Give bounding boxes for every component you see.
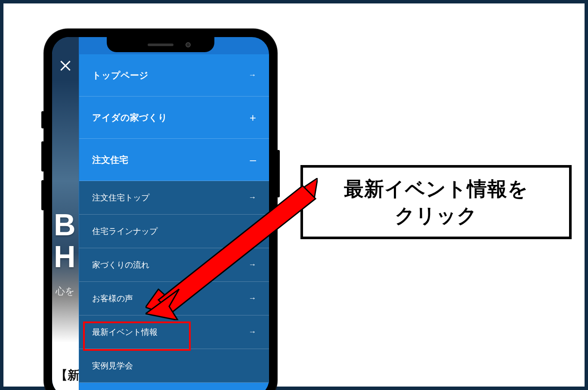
minus-icon: – xyxy=(250,154,256,165)
bg-subtext: 心を xyxy=(56,285,79,298)
menu-label: トップページ xyxy=(92,69,149,81)
arrow-right-icon: → xyxy=(248,260,256,269)
callout-line1: 最新イベント情報を xyxy=(344,178,528,200)
phone-power-button xyxy=(277,150,280,197)
plus-icon: + xyxy=(250,112,256,123)
menu-label: 注文住宅トップ xyxy=(92,192,149,203)
arrow-right-icon: → xyxy=(248,294,256,303)
submenu-item-voice[interactable]: お客様の声 → xyxy=(79,282,269,315)
menu-item-aida-house[interactable]: アイダの家づくり + xyxy=(79,97,269,139)
callout-line2: クリック xyxy=(395,204,477,227)
submenu-item-custom-home-top[interactable]: 注文住宅トップ → xyxy=(79,181,269,215)
menu-label: 注文住宅 xyxy=(92,154,128,166)
close-icon[interactable] xyxy=(58,59,73,73)
bg-bottom-text: 【新 xyxy=(56,367,79,384)
submenu-item-tour[interactable]: 実例見学会 xyxy=(79,349,269,383)
phone-mockup: B H 心を 【新 トップページ → アイダの家づくり + 注文住宅 – xyxy=(44,29,277,390)
phone-speaker xyxy=(148,44,173,46)
phone-camera xyxy=(186,42,191,47)
phone-screen: B H 心を 【新 トップページ → アイダの家づくり + 注文住宅 – xyxy=(52,37,269,390)
submenu-item-latest-events[interactable]: 最新イベント情報 → xyxy=(79,315,269,349)
menu-label: お客様の声 xyxy=(92,293,133,304)
menu-label: アイダの家づくり xyxy=(92,112,167,124)
callout-text: 最新イベント情報を クリック xyxy=(312,175,560,229)
menu-label: 実例見学会 xyxy=(92,360,133,371)
menu-label: 住宅ラインナップ xyxy=(92,226,158,237)
instruction-frame: B H 心を 【新 トップページ → アイダの家づくり + 注文住宅 – xyxy=(0,0,588,390)
submenu-item-process[interactable]: 家づくりの流れ → xyxy=(79,248,269,282)
phone-volume-up xyxy=(41,141,44,172)
bg-heading: B H xyxy=(54,209,79,273)
navigation-menu: トップページ → アイダの家づくり + 注文住宅 – 注文住宅トップ → 住宅ラ… xyxy=(79,54,269,390)
arrow-right-icon: → xyxy=(248,71,256,80)
phone-volume-down xyxy=(41,180,44,210)
bg-heading-line1: B xyxy=(54,209,76,242)
menu-item-custom-home[interactable]: 注文住宅 – xyxy=(79,139,269,181)
submenu-item-lineup[interactable]: 住宅ラインナップ xyxy=(79,215,269,248)
bg-heading-line2: H xyxy=(54,240,76,273)
menu-label: 家づくりの流れ xyxy=(92,259,149,271)
background-page-strip: B H 心を 【新 xyxy=(52,37,79,390)
arrow-right-icon: → xyxy=(248,193,256,202)
instruction-callout: 最新イベント情報を クリック xyxy=(300,165,572,239)
menu-item-top-page[interactable]: トップページ → xyxy=(79,54,269,97)
menu-label: 最新イベント情報 xyxy=(92,327,158,338)
phone-notch xyxy=(107,37,214,52)
phone-mute-switch xyxy=(41,111,44,128)
arrow-right-icon: → xyxy=(248,328,256,337)
